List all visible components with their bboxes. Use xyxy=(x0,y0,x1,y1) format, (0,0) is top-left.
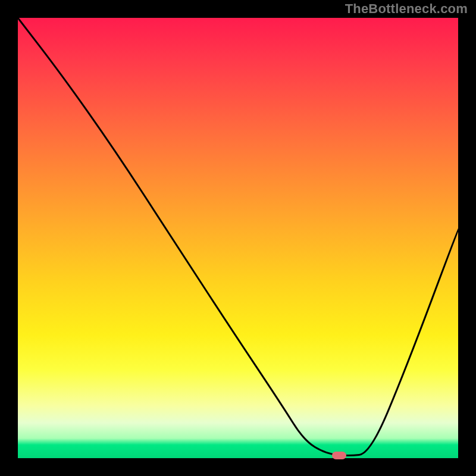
optimal-point-marker xyxy=(332,452,346,459)
bottleneck-curve-path xyxy=(18,18,458,455)
watermark-text: TheBottleneck.com xyxy=(345,1,468,17)
bottleneck-curve-svg xyxy=(18,18,458,458)
chart-stage: TheBottleneck.com xyxy=(0,0,476,476)
